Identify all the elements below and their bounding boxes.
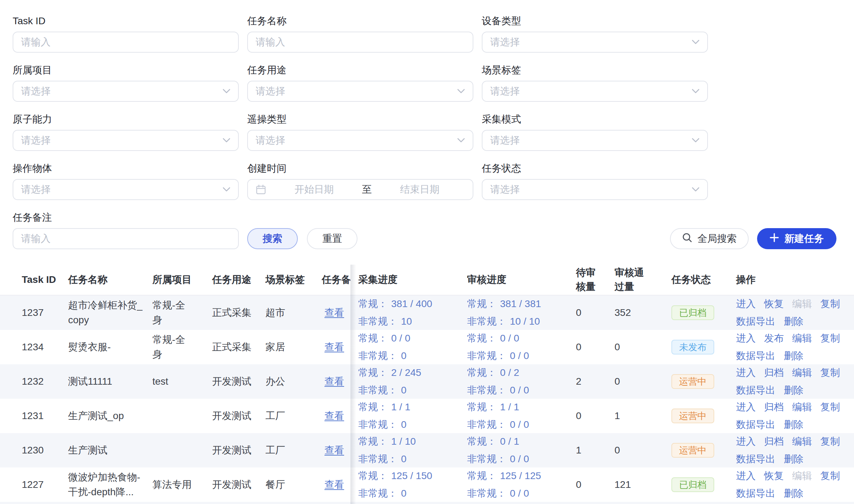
cell-collect-progress[interactable]: 常规：1 / 1非常规：0 [358,400,467,432]
select-input[interactable]: 请选择 [482,81,708,102]
cell-task-status[interactable]: 运营中 [666,409,736,423]
status-badge[interactable]: 未发布 [671,340,714,354]
cell-pending-count[interactable]: 0 [574,341,615,353]
progress-label[interactable]: 非常规： [467,314,506,329]
progress-line[interactable]: 常规：381 / 381 [467,297,574,311]
cell-task-id[interactable]: 1227 [22,479,68,490]
action-link-删除[interactable]: 删除 [784,452,803,466]
table-row[interactable]: 1234熨烫衣服-常规-全身正式采集家居查看常规：0 / 0非常规：0常规：0 … [0,330,854,364]
cell-project[interactable]: test [152,374,212,389]
calendar-icon[interactable] [256,184,266,195]
progress-line[interactable]: 常规：1 / 1 [358,400,467,414]
cell-scene-tag[interactable]: 家居 [265,340,322,354]
progress-label[interactable]: 非常规： [358,486,398,500]
cell-task-status[interactable]: 未发布 [666,340,736,354]
progress-value[interactable]: 0 [401,486,407,500]
cell-task-id[interactable]: 1232 [22,376,68,387]
view-note-link[interactable]: 查看 [324,307,344,318]
table-row[interactable]: 1230生产测试开发测试工厂查看常规：1 / 10非常规：0常规：0 / 1非常… [0,433,854,467]
progress-value[interactable]: 0 [401,349,407,363]
action-link-进入[interactable]: 进入 [736,400,756,414]
chevron-down-icon[interactable] [457,138,465,143]
filter-field[interactable]: 采集模式请选择 [482,113,708,151]
filter-field-label[interactable]: 原子能力 [13,113,239,126]
action-line[interactable]: 数据导出删除 [736,314,854,329]
cell-review-progress[interactable]: 常规：381 / 381非常规：10 / 10 [467,297,574,329]
chevron-down-icon[interactable] [223,187,230,192]
cell-task-status[interactable]: 运营中 [666,443,736,458]
progress-label[interactable]: 非常规： [358,349,398,363]
view-note-link[interactable]: 查看 [324,341,344,352]
action-link-进入[interactable]: 进入 [736,469,756,483]
text-input[interactable]: 请输入 [247,32,473,53]
cell-task-id[interactable]: 1230 [22,445,68,456]
progress-value[interactable]: 1 / 1 [500,400,519,414]
action-link-删除[interactable]: 删除 [784,418,803,432]
action-line[interactable]: 进入归档编辑复制 [736,400,854,414]
filter-field[interactable]: 任务备注请输入 [13,211,239,249]
action-link-归档[interactable]: 归档 [764,400,784,414]
progress-line[interactable]: 非常规：0 [358,486,467,500]
action-line[interactable]: 进入发布编辑复制 [736,331,854,345]
cell-scene-tag[interactable]: 餐厅 [265,478,322,491]
cell-task-name[interactable]: 超市冷鲜柜补货_copy [68,298,152,327]
filter-field-label[interactable]: 遥操类型 [247,113,473,126]
select-input[interactable]: 请选择 [13,81,239,102]
search-button[interactable]: 搜索 [247,228,298,249]
filter-field[interactable]: 操作物体请选择 [13,162,239,200]
progress-line[interactable]: 非常规：0 [358,383,467,397]
action-link-复制[interactable]: 复制 [820,400,840,414]
action-link-发布[interactable]: 发布 [764,331,784,345]
filter-field-label[interactable]: 操作物体 [13,162,239,175]
action-link-恢复[interactable]: 恢复 [764,469,784,483]
cell-actions[interactable]: 进入归档编辑复制数据导出删除 [736,435,854,466]
progress-value[interactable]: 0 / 1 [500,435,519,449]
progress-line[interactable]: 常规：1 / 10 [358,435,467,449]
cell-task-note[interactable]: 查看 [322,478,350,491]
action-link-进入[interactable]: 进入 [736,435,756,449]
select-placeholder[interactable]: 请选择 [490,85,520,98]
cell-collect-progress[interactable]: 常规：2 / 245非常规：0 [358,366,467,397]
action-link-复制[interactable]: 复制 [820,366,840,380]
chevron-down-icon[interactable] [223,138,230,143]
cell-actions[interactable]: 进入恢复编辑复制数据导出删除 [736,297,854,329]
select-input[interactable]: 请选择 [247,81,473,102]
cell-actions[interactable]: 进入归档编辑复制数据导出删除 [736,366,854,397]
progress-value[interactable]: 0 / 2 [500,366,519,380]
select-input[interactable]: 请选择 [482,32,708,53]
cell-task-note[interactable]: 查看 [322,340,350,354]
input-placeholder[interactable]: 请输入 [21,35,51,49]
progress-label[interactable]: 常规： [467,331,497,345]
select-placeholder[interactable]: 请选择 [256,134,285,147]
progress-label[interactable]: 非常规： [467,486,506,500]
cell-task-id[interactable]: 1237 [22,307,68,318]
chevron-down-icon[interactable] [692,40,699,45]
action-link-复制[interactable]: 复制 [820,435,840,449]
cell-task-status[interactable]: 运营中 [666,374,736,389]
filter-field[interactable]: 场景标签请选择 [482,64,708,102]
progress-label[interactable]: 非常规： [358,452,398,466]
cell-passed-count[interactable]: 0 [615,445,666,456]
filter-field-label[interactable]: 任务备注 [13,211,239,224]
progress-label[interactable]: 常规： [358,331,388,345]
progress-value[interactable]: 0 / 0 [510,349,529,363]
filter-field-label[interactable]: 创建时间 [247,162,473,175]
select-placeholder[interactable]: 请选择 [256,85,285,98]
action-link-删除[interactable]: 删除 [784,349,803,363]
action-link-删除[interactable]: 删除 [784,383,803,397]
action-link-删除[interactable]: 删除 [784,314,803,329]
progress-label[interactable]: 常规： [358,400,388,414]
progress-line[interactable]: 常规：125 / 125 [467,469,574,483]
progress-value[interactable]: 10 [401,314,412,329]
filter-field-label[interactable]: 任务名称 [247,15,473,27]
select-input[interactable]: 请选择 [13,179,239,200]
progress-label[interactable]: 常规： [467,297,497,311]
action-link-归档[interactable]: 归档 [764,366,784,380]
global-search-button[interactable]: 全局搜索 [670,228,749,249]
filter-field-label[interactable]: 任务用途 [247,64,473,77]
action-link-归档[interactable]: 归档 [764,435,784,449]
cell-actions[interactable]: 进入恢复编辑复制数据导出删除 [736,469,854,500]
view-note-link[interactable]: 查看 [324,376,344,387]
progress-line[interactable]: 非常规：10 [358,314,467,329]
cell-collect-progress[interactable]: 常规：0 / 0非常规：0 [358,331,467,363]
